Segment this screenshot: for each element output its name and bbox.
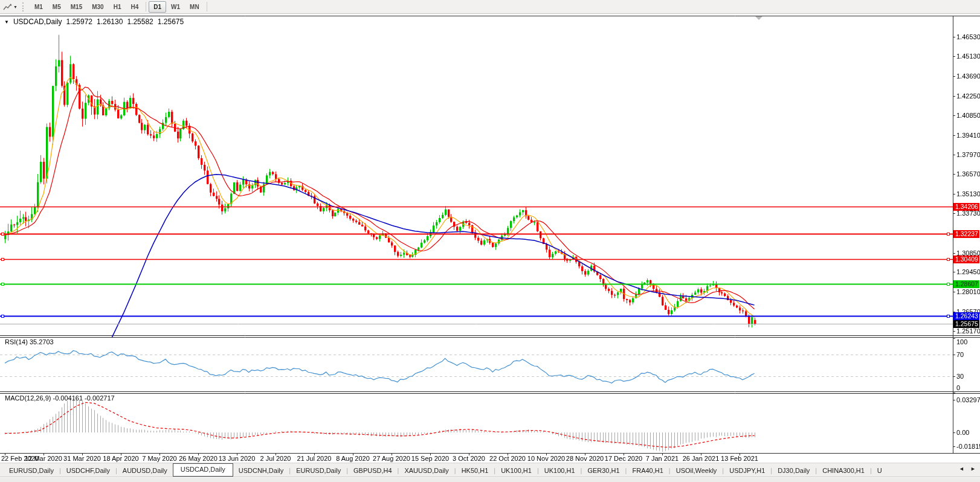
timeframe-toolbar: ▼ M1M5M15M30H1H4D1W1MN: [0, 0, 980, 14]
timeframe-button-m30[interactable]: M30: [87, 1, 108, 13]
tab-scroll-right-icon[interactable]: ►: [970, 466, 976, 472]
tab-uk100-h1[interactable]: UK100,H1: [539, 464, 581, 477]
tool-dropdown-icon[interactable]: ▼: [13, 5, 20, 9]
chart-tab-bar: EURUSD,Daily|USDCHF,Daily|AUDUSD,DailyUS…: [0, 463, 980, 477]
toolbar-separator: [146, 2, 146, 11]
tab-hk50-h1[interactable]: HK50,H1: [456, 464, 494, 477]
tab-eurusd-daily[interactable]: EURUSD,Daily: [291, 464, 346, 477]
chart-title: ▼ USDCAD,Daily 1.25972 1.26130 1.25582 1…: [4, 18, 184, 26]
tab-eurusd-daily[interactable]: EURUSD,Daily: [4, 464, 59, 477]
rsi-indicator-label: RSI(14) 35.2703: [5, 338, 54, 345]
chart-line-tool-icon[interactable]: [2, 2, 13, 11]
timeframe-button-h4[interactable]: H4: [126, 1, 143, 13]
ohlc-close: 1.25675: [158, 18, 184, 26]
timeframe-button-m1[interactable]: M1: [30, 1, 48, 13]
status-strip: [0, 477, 980, 482]
tab-usdchf-daily[interactable]: USDCHF,Daily: [61, 464, 115, 477]
toolbar-grip-handle[interactable]: [22, 2, 26, 11]
macd-indicator-label: MACD(12,26,9) -0.004161 -0.002717: [5, 394, 115, 402]
timeframe-button-m15[interactable]: M15: [66, 1, 87, 13]
ohlc-low: 1.25582: [127, 18, 153, 26]
tab-usdjpy-h1[interactable]: USDJPY,H1: [724, 464, 770, 477]
tab-scroll-left-icon[interactable]: ◄: [959, 466, 964, 472]
tab-xauusd-daily[interactable]: XAUUSD,Daily: [399, 464, 454, 477]
tab-u[interactable]: U: [872, 464, 888, 477]
tab-fra40-h1[interactable]: FRA40,H1: [627, 464, 668, 477]
symbol-period-label: USDCAD,Daily: [13, 18, 62, 26]
timeframe-button-w1[interactable]: W1: [166, 1, 185, 13]
timeframe-button-h1[interactable]: H1: [109, 1, 126, 13]
tab-china300-h1[interactable]: CHINA300,H1: [817, 464, 870, 477]
toolbar-separator: [207, 2, 207, 11]
collapse-chart-icon[interactable]: ▼: [4, 19, 9, 25]
timeframe-button-d1[interactable]: D1: [149, 1, 166, 13]
timeframe-button-mn[interactable]: MN: [185, 1, 204, 13]
tab-audusd-daily[interactable]: AUDUSD,Daily: [117, 464, 173, 477]
tab-dj30-daily[interactable]: DJ30,Daily: [772, 464, 815, 477]
tab-ger30-h1[interactable]: GER30,H1: [582, 464, 625, 477]
tab-uk100-h1[interactable]: UK100,H1: [495, 464, 537, 477]
tab-usoil-weekly[interactable]: USOil,Weekly: [671, 464, 723, 477]
price-chart-canvas[interactable]: [0, 0, 980, 482]
tab-gbpusd-h4[interactable]: GBPUSD,H4: [348, 464, 398, 477]
ohlc-high: 1.26130: [97, 18, 123, 26]
tab-usdcad-daily[interactable]: USDCAD,Daily: [173, 463, 233, 477]
timeframe-buttons: M1M5M15M30H1H4D1W1MN: [30, 1, 210, 13]
ohlc-open: 1.25972: [66, 18, 92, 26]
timeframe-button-m5[interactable]: M5: [48, 1, 66, 13]
tab-usdcnh-daily[interactable]: USDCNH,Daily: [233, 464, 289, 477]
chart-tools-group: ▼: [0, 2, 30, 11]
